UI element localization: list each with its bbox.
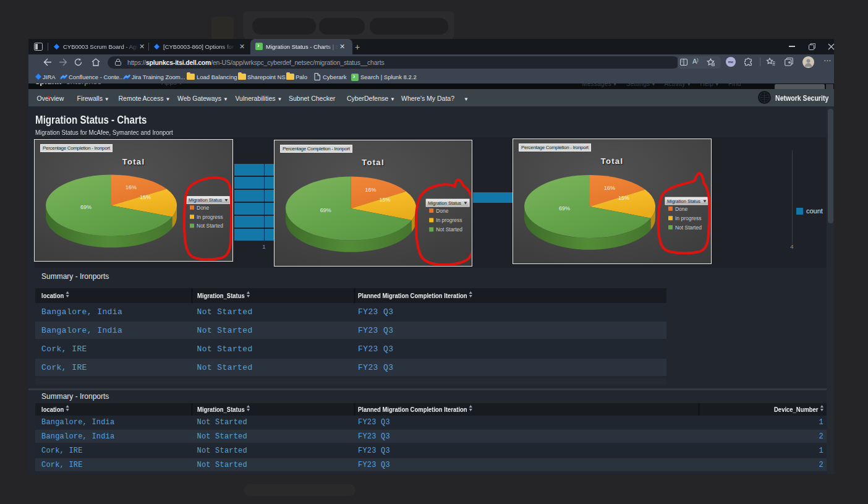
svg-text:16%: 16% xyxy=(604,185,615,191)
svg-text:Done: Done xyxy=(197,205,210,211)
svg-text:Migration Status: Migration Status xyxy=(189,198,222,203)
svg-text:In progress: In progress xyxy=(675,215,701,221)
svg-text:In progress: In progress xyxy=(197,214,223,220)
svg-text:15%: 15% xyxy=(618,195,629,201)
svg-text:Not Started: Not Started xyxy=(436,226,462,233)
svg-text:Done: Done xyxy=(436,208,449,214)
svg-text:Done: Done xyxy=(675,206,688,212)
svg-text:Not Started: Not Started xyxy=(197,223,223,229)
svg-text:16%: 16% xyxy=(365,187,377,193)
svg-text:Migration Status: Migration Status xyxy=(428,200,461,206)
svg-text:69%: 69% xyxy=(80,204,91,210)
svg-text:69%: 69% xyxy=(320,207,331,213)
svg-text:15%: 15% xyxy=(140,194,151,200)
svg-text:In progress: In progress xyxy=(436,217,462,223)
svg-text:Not Started: Not Started xyxy=(675,224,702,231)
svg-text:15%: 15% xyxy=(379,197,390,203)
svg-text:69%: 69% xyxy=(559,205,570,211)
svg-text:16%: 16% xyxy=(126,184,137,190)
svg-text:Migration Status: Migration Status xyxy=(667,199,700,204)
